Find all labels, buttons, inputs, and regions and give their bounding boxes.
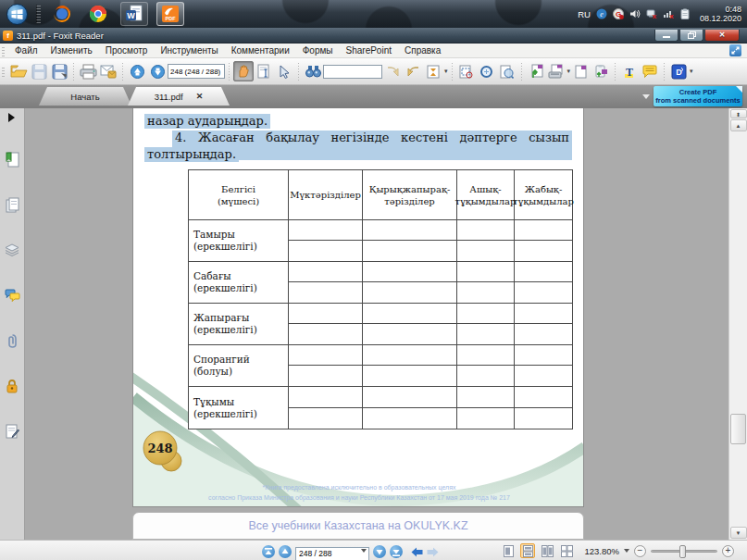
pdf-from-file-button[interactable] [526, 61, 546, 81]
page-number-text: 248 [147, 442, 172, 455]
save-as-button[interactable] [49, 61, 69, 81]
restore-button[interactable] [679, 30, 703, 42]
scrollbar-up-button[interactable]: ▲ [730, 119, 747, 131]
pointer-button[interactable] [274, 61, 294, 81]
print-button[interactable] [78, 61, 98, 81]
tab-close-icon[interactable]: ✕ [196, 92, 204, 101]
taskbar-item-chrome[interactable] [84, 2, 112, 26]
sidebar-item-pages[interactable] [4, 196, 20, 213]
marquee-zoom-button[interactable] [456, 61, 477, 81]
menu-sharepoint[interactable]: SharePoint [340, 44, 398, 57]
fullscreen-icon[interactable] [729, 44, 741, 56]
table-row: Спорангий (болуы) [189, 345, 572, 387]
menu-tools[interactable]: Инструменты [154, 44, 224, 57]
taskbar-item-firefox[interactable] [48, 2, 76, 26]
previous-view-icon[interactable] [411, 547, 423, 557]
sidebar-item-signature[interactable] [4, 423, 20, 440]
next-view-icon[interactable] [427, 547, 439, 557]
antivirus-icon[interactable]: G [613, 8, 624, 19]
table-empty-cell [363, 387, 457, 429]
zoom-slider-thumb[interactable] [679, 545, 686, 558]
next-page-button-status[interactable] [373, 545, 386, 558]
pdf-from-clipboard-button[interactable] [591, 61, 611, 81]
menu-help[interactable]: Справка [398, 44, 447, 57]
zoom-in-button[interactable]: + [722, 545, 734, 557]
select-text-button[interactable] [254, 61, 274, 81]
table-empty-cell [289, 304, 363, 345]
okulyk-watermark: Все учебники Казахстана на OKULYK.KZ [248, 519, 467, 532]
email-button[interactable] [98, 61, 118, 81]
table-empty-cell [515, 345, 572, 387]
tab-311pdf[interactable]: 311.pdf ✕ [128, 87, 230, 106]
clock[interactable]: 0:48 08.12.2020 [696, 5, 741, 23]
zoom-dropdown-icon[interactable] [624, 549, 629, 553]
menu-forms[interactable]: Формы [296, 44, 340, 57]
previous-view-button[interactable] [382, 61, 403, 81]
pdf-from-scanner-button[interactable] [546, 61, 566, 81]
scrollbar-down-button[interactable]: ▼ [730, 527, 747, 539]
page-number-combo[interactable] [295, 547, 369, 560]
loupe-button[interactable] [477, 61, 497, 81]
language-indicator[interactable]: RU [578, 9, 591, 19]
open-button[interactable] [8, 61, 29, 81]
sidebar-item-comments[interactable] [4, 287, 20, 304]
create-pdf-banner[interactable]: Create PDF from scanned documents [654, 86, 742, 106]
menubar-grip [2, 45, 5, 56]
toolbar-page-field[interactable] [168, 64, 225, 79]
zoom-slider[interactable] [651, 550, 717, 553]
clock-time: 0:48 [700, 5, 741, 14]
last-page-button[interactable] [390, 545, 403, 558]
svg-text:e: e [600, 10, 604, 19]
single-page-view-button[interactable] [501, 543, 516, 558]
sidebar-item-attachments[interactable] [4, 332, 20, 349]
page-organize-button[interactable] [423, 61, 443, 81]
find-button[interactable] [303, 61, 323, 81]
previous-page-button[interactable] [127, 61, 147, 81]
highlight-text-button[interactable]: T [619, 61, 640, 81]
close-button[interactable]: ✕ [704, 30, 740, 42]
magnifier-button[interactable] [497, 61, 517, 81]
save-button[interactable] [29, 61, 49, 81]
zoom-level[interactable]: 123.80% [584, 546, 619, 556]
hand-tool-button[interactable] [233, 61, 254, 81]
tab-start[interactable]: Начать [39, 87, 131, 106]
menu-view[interactable]: Просмотр [99, 44, 155, 57]
menu-comments[interactable]: Комментарии [225, 44, 296, 57]
pdf-blank-button[interactable] [570, 61, 591, 81]
docusign-button[interactable]: D [668, 61, 689, 81]
menu-file[interactable]: Файл [8, 44, 44, 57]
continuous-view-button[interactable] [520, 543, 535, 558]
facing-view-button[interactable] [540, 543, 554, 558]
page-number-badge: 248 [141, 429, 187, 475]
first-page-button[interactable] [262, 545, 275, 558]
firefox-icon [53, 5, 71, 23]
sidebar-item-bookmarks[interactable] [4, 151, 20, 168]
sidebar-item-security[interactable] [4, 378, 20, 394]
menu-edit[interactable]: Изменить [44, 44, 99, 57]
tab-list-dropdown-icon[interactable] [642, 94, 650, 99]
continuous-facing-view-button[interactable] [559, 543, 574, 558]
minimize-button[interactable] [654, 30, 679, 42]
tray-app-icon[interactable]: e [596, 8, 607, 19]
clipboard-icon[interactable] [679, 8, 691, 19]
note-button[interactable] [640, 61, 660, 81]
table-row-label: Спорангий (болуы) [189, 345, 289, 387]
sidebar-expand-icon[interactable] [8, 113, 15, 122]
search-input[interactable] [323, 65, 382, 79]
previous-page-button-status[interactable] [279, 545, 292, 558]
next-page-button[interactable] [147, 61, 168, 81]
sidebar-item-layers[interactable] [4, 242, 20, 258]
next-view-button[interactable] [403, 61, 423, 81]
taskbar-item-foxit[interactable]: PDF [156, 2, 184, 26]
dropdown-caret[interactable]: ▾ [690, 68, 693, 75]
vertical-scrollbar[interactable]: ⬍ ▲ ▼ [728, 108, 747, 540]
network-error-icon[interactable]: x [646, 8, 657, 19]
zoom-out-button[interactable]: − [634, 545, 646, 557]
start-button[interactable] [6, 4, 28, 25]
volume-icon[interactable] [629, 8, 641, 19]
scrollbar-thumb[interactable] [730, 414, 746, 444]
dropdown-caret[interactable]: ▾ [444, 68, 448, 75]
taskbar-item-word[interactable]: W [120, 2, 148, 26]
scrollbar-split-handle[interactable]: ⬍ [730, 109, 747, 118]
signal-error-icon[interactable]: x [663, 8, 674, 19]
